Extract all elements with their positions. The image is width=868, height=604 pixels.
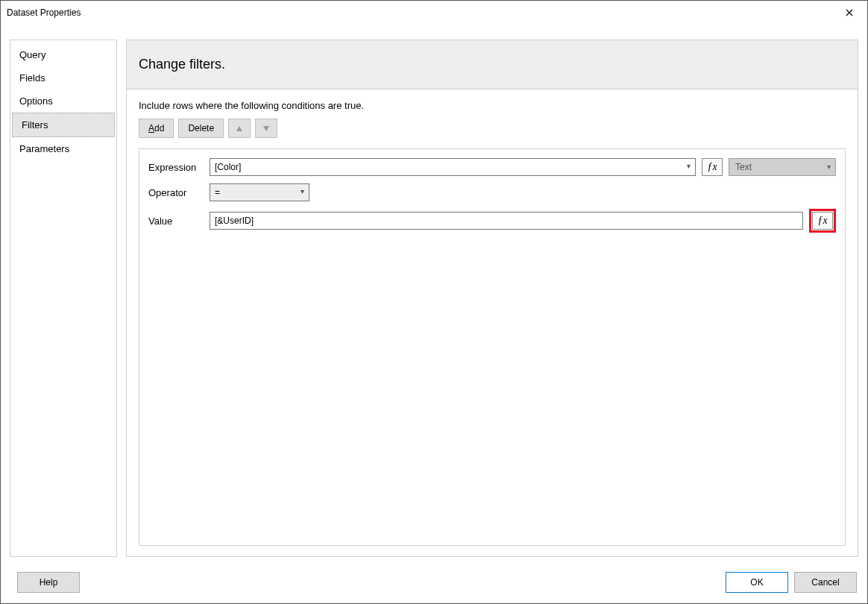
panel-title: Change filters.: [139, 57, 846, 72]
dataset-properties-dialog: Dataset Properties Query Fields Options …: [0, 0, 868, 604]
expression-fx-button[interactable]: ƒx: [702, 158, 723, 176]
cancel-button[interactable]: Cancel: [794, 572, 857, 593]
value-fx-highlight: ƒx: [809, 209, 836, 233]
chevron-down-icon: ▾: [687, 162, 691, 170]
instruction-text: Include rows where the following conditi…: [139, 100, 846, 111]
value-input[interactable]: [210, 212, 803, 230]
operator-value: =: [215, 187, 220, 198]
sidebar-item-filters[interactable]: Filters: [12, 113, 115, 137]
sidebar-item-fields[interactable]: Fields: [10, 66, 116, 89]
expression-label: Expression: [148, 162, 204, 173]
content-area: Query Fields Options Filters Parameters …: [1, 25, 867, 564]
main-panel: Change filters. Include rows where the f…: [126, 40, 858, 557]
move-down-button[interactable]: [255, 119, 277, 138]
fx-icon: ƒx: [817, 215, 827, 227]
titlebar: Dataset Properties: [1, 1, 867, 25]
help-button[interactable]: Help: [17, 572, 80, 593]
filter-toolbar: Add Delete: [139, 119, 846, 138]
operator-combo[interactable]: = ▾: [210, 183, 309, 201]
panel-body: Include rows where the following conditi…: [127, 89, 858, 556]
move-up-button[interactable]: [228, 119, 251, 138]
close-icon[interactable]: [837, 1, 861, 25]
delete-button[interactable]: Delete: [178, 119, 224, 138]
arrow-up-icon: [236, 126, 242, 131]
sidebar-item-parameters[interactable]: Parameters: [10, 137, 116, 160]
ok-button[interactable]: OK: [726, 572, 788, 593]
filter-editor: Expression [Color] ▾ ƒx Text ▾ Operator: [139, 148, 846, 546]
arrow-down-icon: [263, 126, 269, 131]
operator-row: Operator = ▾: [148, 183, 836, 201]
datatype-combo[interactable]: Text ▾: [729, 158, 836, 176]
fx-icon: ƒx: [707, 161, 717, 173]
add-button[interactable]: Add: [139, 119, 174, 138]
expression-row: Expression [Color] ▾ ƒx Text ▾: [148, 158, 836, 176]
expression-combo[interactable]: [Color] ▾: [210, 158, 696, 176]
chevron-down-icon: ▾: [301, 187, 304, 195]
datatype-value: Text: [735, 162, 752, 172]
sidebar-item-options[interactable]: Options: [10, 89, 116, 113]
value-row: Value ƒx: [148, 209, 836, 233]
window-title: Dataset Properties: [7, 7, 837, 18]
chevron-down-icon: ▾: [827, 163, 831, 171]
value-fx-button[interactable]: ƒx: [812, 212, 833, 230]
add-rest: dd: [154, 123, 164, 133]
value-label: Value: [148, 216, 204, 227]
sidebar-nav: Query Fields Options Filters Parameters: [10, 40, 117, 557]
expression-value: [Color]: [215, 162, 241, 172]
dialog-footer: Help OK Cancel: [1, 564, 867, 603]
panel-header: Change filters.: [127, 40, 858, 89]
operator-label: Operator: [148, 187, 204, 198]
sidebar-item-query[interactable]: Query: [10, 43, 116, 66]
